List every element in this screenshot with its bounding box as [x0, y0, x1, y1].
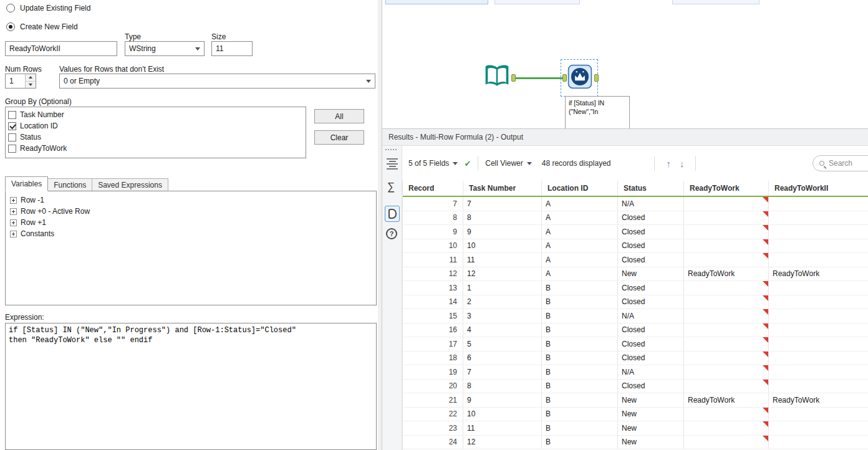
cell[interactable]: 10 — [403, 239, 463, 253]
table-row[interactable]: 175BClosed — [403, 337, 868, 352]
cell[interactable]: 4 — [463, 323, 542, 337]
radio-unselected-icon[interactable] — [6, 4, 15, 12]
column-header[interactable]: Location ID — [542, 181, 618, 196]
cell[interactable]: 9 — [463, 393, 542, 407]
panel-splitter[interactable] — [378, 0, 382, 450]
table-row[interactable]: 197BN/A — [403, 365, 868, 380]
num-rows-spinner[interactable]: 1 — [5, 74, 36, 89]
tab-variables[interactable]: Variables — [5, 176, 48, 191]
connection-line[interactable] — [516, 77, 562, 79]
size-input[interactable]: 11 — [211, 41, 253, 56]
apply-check-icon[interactable]: ✔ — [464, 159, 471, 168]
cell[interactable]: 23 — [403, 421, 463, 435]
cell[interactable]: A — [542, 239, 618, 253]
radio-selected-icon[interactable] — [6, 22, 15, 31]
cell[interactable]: Closed — [618, 323, 684, 337]
cell-viewer-dropdown[interactable]: Cell Viewer — [485, 159, 523, 168]
expand-plus-icon[interactable] — [10, 197, 17, 204]
table-row[interactable]: 164BClosed — [403, 323, 868, 338]
cell[interactable] — [684, 253, 769, 267]
cell[interactable]: B — [542, 295, 618, 309]
cell[interactable] — [684, 225, 769, 239]
cell[interactable]: 12 — [463, 267, 542, 281]
update-existing-field-option[interactable]: Update Existing Field — [6, 4, 90, 12]
spinner-buttons[interactable] — [25, 74, 36, 88]
cell[interactable]: New — [618, 267, 684, 281]
cell[interactable]: A — [542, 197, 618, 211]
cell[interactable] — [684, 197, 769, 211]
cell[interactable] — [769, 309, 868, 323]
cell[interactable]: A — [542, 225, 618, 239]
cell[interactable] — [684, 323, 769, 337]
cell[interactable]: N/A — [618, 365, 684, 379]
cell[interactable] — [684, 365, 769, 379]
cell[interactable]: B — [542, 380, 618, 393]
table-row[interactable]: 142BClosed — [403, 295, 868, 310]
checkbox-icon[interactable] — [8, 133, 16, 141]
cell[interactable] — [684, 295, 769, 309]
cell[interactable]: 7 — [463, 197, 542, 211]
cell[interactable] — [769, 408, 868, 421]
spinner-up-button[interactable] — [26, 74, 36, 81]
expand-plus-icon[interactable] — [10, 208, 17, 215]
cell[interactable]: ReadyToWork — [769, 267, 868, 281]
cell[interactable]: 15 — [403, 309, 463, 323]
clear-button[interactable]: Clear — [314, 130, 364, 145]
cell[interactable]: 11 — [463, 421, 542, 435]
help-icon[interactable]: ? — [386, 228, 397, 239]
table-row[interactable]: 2412BNew — [403, 436, 868, 450]
cell[interactable] — [769, 380, 868, 393]
cell[interactable]: Closed — [618, 281, 684, 295]
table-row[interactable]: 99AClosed — [403, 225, 868, 239]
cell[interactable] — [769, 211, 868, 225]
cell[interactable]: A — [542, 253, 618, 267]
cell[interactable]: 16 — [403, 323, 463, 337]
cell[interactable]: 11 — [463, 253, 542, 267]
cell[interactable] — [769, 365, 868, 379]
cell[interactable]: B — [542, 309, 618, 323]
cell[interactable] — [684, 239, 769, 253]
cell[interactable] — [769, 337, 868, 351]
cell[interactable]: Closed — [618, 380, 684, 393]
output-anchor[interactable] — [511, 74, 516, 82]
cell[interactable]: Closed — [618, 253, 684, 267]
cell[interactable] — [684, 309, 769, 323]
text-input-tool[interactable] — [483, 62, 511, 91]
cell[interactable]: 5 — [463, 337, 542, 351]
cell[interactable] — [684, 380, 769, 393]
cell[interactable]: B — [542, 408, 618, 421]
cell[interactable]: 9 — [403, 225, 463, 239]
table-row[interactable]: 2311BNew — [403, 421, 868, 436]
cell[interactable] — [684, 436, 769, 449]
cell[interactable] — [684, 211, 769, 225]
workflow-tab[interactable] — [672, 0, 760, 4]
data-view-selected-icon[interactable] — [385, 206, 400, 222]
cell[interactable]: 7 — [403, 197, 463, 211]
tab-saved-expressions[interactable]: Saved Expressions — [92, 178, 168, 191]
cell[interactable]: 8 — [463, 211, 542, 225]
cell[interactable]: 22 — [403, 408, 463, 421]
cell[interactable]: N/A — [618, 197, 684, 211]
cell[interactable]: ReadyToWork — [684, 267, 769, 281]
cell[interactable] — [684, 421, 769, 435]
table-row[interactable]: 2210BNew — [403, 408, 868, 422]
multi-row-formula-tool[interactable] — [567, 64, 593, 90]
cell[interactable]: New — [618, 408, 684, 421]
checkbox-icon[interactable] — [8, 111, 16, 119]
cell[interactable]: B — [542, 281, 618, 295]
type-dropdown[interactable]: WString — [125, 41, 205, 56]
workflow-canvas[interactable]: if [Status] IN ("New","In — [382, 0, 868, 128]
all-button[interactable]: All — [314, 109, 364, 123]
tool-annotation[interactable]: if [Status] IN ("New","In — [565, 96, 630, 128]
expression-editor[interactable]: if [Status] IN ("New","In Progress") and… — [5, 323, 377, 450]
checkbox-icon[interactable] — [8, 145, 16, 153]
create-new-field-option[interactable]: Create New Field — [6, 22, 78, 31]
chevron-down-icon[interactable] — [527, 162, 532, 165]
cell[interactable]: 20 — [403, 380, 463, 393]
cell[interactable] — [769, 436, 868, 449]
group-by-listbox[interactable]: Task NumberLocation IDStatusReadyToWork — [5, 107, 306, 158]
cell[interactable]: 6 — [463, 352, 542, 365]
tree-item[interactable]: Constants — [8, 228, 374, 239]
cell[interactable]: 1 — [463, 281, 542, 295]
cell[interactable] — [769, 352, 868, 365]
